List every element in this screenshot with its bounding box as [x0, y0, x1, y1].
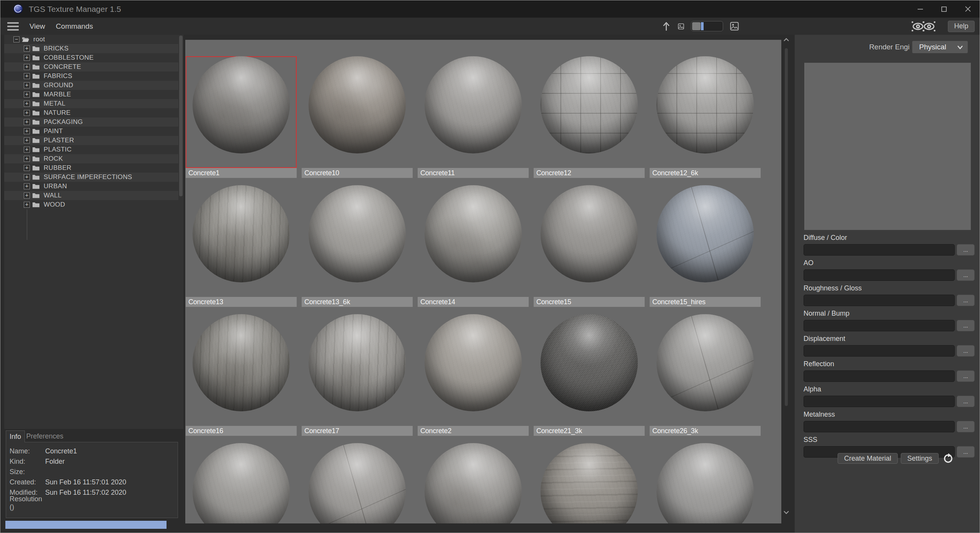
minimize-button[interactable]: [908, 0, 932, 18]
slider-handle[interactable]: [692, 22, 701, 30]
texture-preview-sphere[interactable]: [418, 314, 529, 426]
tree-folder-item[interactable]: + NATURE: [4, 108, 178, 117]
menu-commands[interactable]: Commands: [56, 22, 93, 31]
tab-preferences[interactable]: Preferences: [26, 430, 64, 442]
texture-preview-sphere[interactable]: [186, 56, 297, 168]
expand-plus-icon[interactable]: +: [24, 91, 30, 98]
texture-preview-sphere[interactable]: [302, 185, 413, 297]
texture-preview-sphere[interactable]: [418, 56, 529, 168]
texture-preview-sphere[interactable]: [534, 443, 645, 523]
texture-slot-input[interactable]: [804, 345, 955, 357]
texture-tile[interactable]: Concrete16: [186, 307, 297, 436]
texture-preview-sphere[interactable]: [418, 443, 529, 523]
expand-plus-icon[interactable]: +: [24, 165, 30, 171]
texture-tile[interactable]: [418, 436, 529, 523]
tree-folder-item[interactable]: + PAINT: [4, 127, 178, 136]
menu-view[interactable]: View: [29, 22, 45, 31]
texture-preview-sphere[interactable]: [302, 56, 413, 168]
tree-folder-item[interactable]: + PACKAGING: [4, 117, 178, 127]
tree-folder-item[interactable]: + PLASTER: [4, 136, 178, 145]
texture-slot-input[interactable]: [804, 421, 955, 432]
expand-plus-icon[interactable]: +: [24, 202, 30, 208]
expand-plus-icon[interactable]: +: [24, 55, 30, 61]
tree-folder-item[interactable]: + CONCRETE: [4, 62, 178, 72]
tree-scrollbar[interactable]: [179, 36, 183, 427]
maximize-button[interactable]: [932, 0, 956, 18]
texture-slot-input[interactable]: [804, 320, 955, 331]
texture-slot-browse-button[interactable]: ...: [957, 421, 975, 432]
tree-folder-item[interactable]: + GROUND: [4, 81, 178, 90]
expand-plus-icon[interactable]: +: [24, 147, 30, 153]
help-button[interactable]: Help: [948, 21, 975, 32]
texture-preview-sphere[interactable]: [650, 314, 761, 426]
texture-tile[interactable]: Concrete12: [534, 49, 645, 178]
render-engine-select[interactable]: Physical: [912, 41, 968, 53]
refresh-icon[interactable]: [942, 453, 953, 464]
expand-plus-icon[interactable]: +: [24, 110, 30, 116]
texture-tile[interactable]: Concrete13: [186, 178, 297, 307]
tree-folder-item[interactable]: + URBAN: [4, 182, 178, 191]
grid-scrollbar-thumb[interactable]: [785, 48, 788, 406]
tree-folder-item[interactable]: + WALL: [4, 191, 178, 200]
tree-folder-item[interactable]: + BRICKS: [4, 44, 178, 53]
texture-tile[interactable]: [650, 436, 761, 523]
expand-plus-icon[interactable]: +: [24, 73, 30, 79]
texture-slot-input[interactable]: [804, 370, 955, 382]
texture-tile[interactable]: Concrete1: [186, 49, 297, 178]
tree-folder-item[interactable]: + MARBLE: [4, 90, 178, 99]
texture-slot-browse-button[interactable]: ...: [957, 370, 975, 382]
tree-folder-item[interactable]: + WOOD: [4, 200, 178, 209]
expand-plus-icon[interactable]: +: [24, 119, 30, 125]
tab-info[interactable]: Info: [6, 430, 25, 442]
expand-plus-icon[interactable]: +: [24, 46, 30, 52]
tree-folder-item[interactable]: + COBBLESTONE: [4, 53, 178, 62]
tree-scrollbar-thumb[interactable]: [179, 36, 183, 196]
texture-slot-browse-button[interactable]: ...: [957, 446, 975, 458]
create-material-button[interactable]: Create Material: [838, 453, 898, 464]
collapse-minus-icon[interactable]: −: [13, 36, 20, 42]
hamburger-menu-icon[interactable]: [7, 22, 19, 31]
expand-plus-icon[interactable]: +: [24, 192, 30, 199]
texture-preview-sphere[interactable]: [186, 443, 297, 523]
texture-tile[interactable]: Concrete17: [302, 307, 413, 436]
expand-plus-icon[interactable]: +: [24, 183, 30, 189]
expand-plus-icon[interactable]: +: [24, 101, 30, 107]
texture-preview-sphere[interactable]: [302, 314, 413, 426]
texture-slot-input[interactable]: [804, 269, 955, 281]
texture-tile[interactable]: Concrete15_hires: [650, 178, 761, 307]
tree-folder-item[interactable]: + PLASTIC: [4, 145, 178, 154]
texture-slot-browse-button[interactable]: ...: [957, 345, 975, 357]
texture-preview-sphere[interactable]: [186, 185, 297, 297]
texture-tile[interactable]: [534, 436, 645, 523]
texture-preview-sphere[interactable]: [650, 56, 761, 168]
texture-slot-input[interactable]: [804, 244, 955, 256]
texture-tile[interactable]: Concrete10: [302, 49, 413, 178]
texture-tile[interactable]: Concrete13_6k: [302, 178, 413, 307]
texture-slot-input[interactable]: [804, 396, 955, 407]
texture-preview-sphere[interactable]: [186, 314, 297, 426]
chevron-down-icon[interactable]: [783, 510, 789, 515]
texture-tile[interactable]: [186, 436, 297, 523]
expand-plus-icon[interactable]: +: [24, 156, 30, 162]
texture-slot-browse-button[interactable]: ...: [957, 396, 975, 407]
texture-preview-sphere[interactable]: [534, 56, 645, 168]
texture-tile[interactable]: Concrete11: [418, 49, 529, 178]
tree-folder-item[interactable]: + RUBBER: [4, 163, 178, 173]
tree-folder-item[interactable]: + METAL: [4, 99, 178, 108]
texture-tile[interactable]: Concrete2: [418, 307, 529, 436]
grid-scrollbar[interactable]: [783, 37, 790, 523]
expand-plus-icon[interactable]: +: [24, 137, 30, 143]
expand-plus-icon[interactable]: +: [24, 64, 30, 70]
texture-preview-sphere[interactable]: [650, 185, 761, 297]
close-button[interactable]: [956, 0, 980, 18]
texture-tile[interactable]: Concrete14: [418, 178, 529, 307]
thumbnail-size-slider[interactable]: [691, 21, 723, 31]
texture-tile[interactable]: Concrete12_6k: [650, 49, 761, 178]
texture-slot-browse-button[interactable]: ...: [957, 320, 975, 331]
tree-folder-item[interactable]: + ROCK: [4, 154, 178, 163]
tree-root-item[interactable]: − root: [4, 35, 178, 44]
texture-tile[interactable]: [302, 436, 413, 523]
texture-preview-sphere[interactable]: [650, 443, 761, 523]
texture-tile[interactable]: Concrete15: [534, 178, 645, 307]
chevron-up-icon[interactable]: [783, 37, 789, 42]
